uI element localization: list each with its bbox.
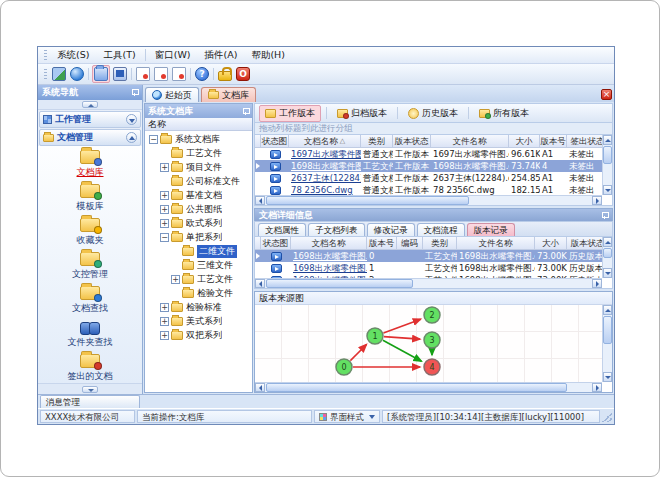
table-row[interactable]: 1698出水嘴零件图.dwg0工艺文件1698出水嘴零件图.dwg73.00KB… — [255, 250, 602, 262]
sidebar-item-doc-search[interactable]: 文档查找 — [43, 286, 137, 315]
pin-icon[interactable] — [242, 108, 249, 115]
all-version-button[interactable]: 所有版本 — [474, 106, 534, 121]
scroll-thumb[interactable] — [603, 146, 612, 164]
tree-expander[interactable]: + — [160, 317, 169, 326]
column-header-icon[interactable]: 状态图 — [261, 237, 291, 250]
sidebar-item-template-library[interactable]: 模板库 — [43, 184, 137, 213]
scroll-right-arrow[interactable] — [592, 279, 602, 288]
version-node-3[interactable]: 3 — [424, 332, 440, 348]
tree-item[interactable]: +欧式系列 — [145, 216, 252, 230]
detail-tab-version-record[interactable]: 版本记录 — [467, 223, 515, 236]
column-header-name[interactable]: 文档名称 — [289, 135, 361, 148]
chevron-up-icon[interactable] — [126, 132, 137, 143]
detail-tab-doc-flow[interactable]: 文档流程 — [417, 223, 465, 236]
report-button-1[interactable] — [135, 66, 151, 82]
version-node-1[interactable]: 1 — [367, 328, 383, 344]
column-header-file[interactable]: 文件名称 — [431, 135, 509, 148]
scroll-down-button[interactable] — [82, 386, 98, 393]
scroll-down-arrow[interactable] — [603, 372, 612, 382]
tree-item[interactable]: 二维文件 — [145, 244, 252, 258]
tree-item[interactable]: −系统文档库 — [145, 132, 252, 146]
tab-library[interactable]: 文档库 — [201, 87, 256, 102]
tree-item[interactable]: +检验标准 — [145, 300, 252, 314]
column-header-name[interactable]: 文档名称 — [291, 237, 367, 250]
scroll-left-arrow[interactable] — [255, 196, 265, 205]
tree-column-header[interactable]: 名称 — [145, 118, 252, 131]
pin-icon[interactable] — [131, 89, 138, 96]
help-button[interactable] — [194, 66, 210, 82]
pin-icon[interactable] — [601, 212, 608, 219]
menubar-grip[interactable] — [44, 50, 47, 61]
menu-item-tools[interactable]: 工具(T) — [96, 48, 142, 63]
close-icon[interactable] — [601, 89, 612, 100]
sidebar-item-checked-out-docs[interactable]: 签出的文档 — [43, 354, 137, 383]
scroll-up-arrow[interactable] — [603, 305, 612, 315]
tree-expander[interactable]: + — [160, 205, 169, 214]
menu-item-window[interactable]: 窗口(W) — [148, 48, 198, 63]
tab-start[interactable]: 起始页 — [145, 87, 199, 102]
detail-tab-modify-record[interactable]: 修改记录 — [367, 223, 415, 236]
column-header-category[interactable]: 类别 — [423, 237, 457, 250]
column-header-checkout[interactable]: 签出状态 — [567, 135, 602, 148]
tree-expander[interactable]: − — [160, 233, 169, 242]
power-button[interactable] — [235, 66, 251, 82]
table-row[interactable]: 1698出水嘴零件图.dwg工艺文件工作版本1698出水嘴零件图.dwg73.7… — [255, 160, 602, 172]
computer-button[interactable] — [112, 66, 128, 82]
scroll-right-arrow[interactable] — [592, 383, 602, 392]
tree-expander[interactable]: − — [149, 135, 158, 144]
document-library-button[interactable] — [92, 65, 110, 83]
chevron-down-icon[interactable] — [126, 114, 137, 125]
collapse-up-button[interactable] — [82, 101, 98, 108]
sidebar-item-doc-control[interactable]: 文控管理 — [43, 252, 137, 281]
column-header-file[interactable]: 文件名称 — [457, 237, 535, 250]
version-node-4[interactable]: 4 — [424, 359, 440, 375]
tree-expander[interactable]: + — [160, 331, 169, 340]
column-header-code[interactable]: 编码 — [397, 237, 423, 250]
scroll-thumb[interactable] — [266, 279, 413, 288]
table-row[interactable]: 1698出水嘴零件图.dwg1工艺文件1698出水嘴零件图.dwg73.00KB… — [255, 262, 602, 274]
work-version-button[interactable]: 工作版本 — [259, 105, 321, 122]
screen-button[interactable] — [51, 66, 67, 82]
message-management-tab[interactable]: 消息管理 — [40, 395, 140, 408]
lock-button[interactable] — [217, 67, 233, 82]
column-header-size[interactable]: 大小 — [509, 135, 540, 148]
scroll-thumb[interactable] — [266, 196, 469, 205]
column-header-ver[interactable]: 版本号 — [367, 237, 397, 250]
tree-expander[interactable]: + — [171, 275, 180, 284]
scroll-thumb[interactable] — [603, 248, 612, 258]
tree-expander[interactable]: + — [160, 191, 169, 200]
column-header-icon[interactable]: 状态图 — [261, 135, 289, 148]
sidebar-group-work[interactable]: 工作管理 — [39, 111, 141, 128]
scroll-down-arrow[interactable] — [603, 268, 612, 278]
scroll-left-arrow[interactable] — [255, 383, 265, 392]
detail-tab-subdoc-list[interactable]: 子文档列表 — [308, 223, 365, 236]
tree-expander[interactable]: + — [160, 219, 169, 228]
tree-item[interactable]: +工艺文件 — [145, 272, 252, 286]
resize-grip[interactable] — [602, 412, 612, 422]
sidebar-item-favorites[interactable]: 收藏夹 — [43, 218, 137, 247]
table-row[interactable]: 1697出水嘴零件图.dwg普通文档工作版本1697出水嘴零件图.dwg96.6… — [255, 148, 602, 160]
scroll-left-arrow[interactable] — [255, 279, 265, 288]
tree-expander[interactable]: + — [160, 163, 169, 172]
scroll-thumb[interactable] — [266, 383, 567, 392]
globe-button[interactable] — [69, 66, 85, 82]
tree-item[interactable]: 工艺文件 — [145, 146, 252, 160]
column-header-size[interactable]: 大小 — [535, 237, 567, 250]
column-header-category[interactable]: 类别 — [361, 135, 393, 148]
sidebar-group-document[interactable]: 文档管理 — [39, 129, 141, 146]
detail-tab-doc-props[interactable]: 文档属性 — [258, 223, 306, 236]
menu-item-system[interactable]: 系统(S) — [50, 48, 96, 63]
menu-item-help[interactable]: 帮助(H) — [244, 48, 292, 63]
column-header-vstate[interactable]: 版本状态 — [567, 237, 602, 250]
toolbar-grip[interactable] — [44, 69, 47, 80]
tree-item[interactable]: +项目文件 — [145, 160, 252, 174]
sidebar-item-doc-library[interactable]: 文档库 — [43, 150, 137, 179]
tree-item[interactable]: −单把系列 — [145, 230, 252, 244]
version-node-2[interactable]: 2 — [424, 307, 440, 323]
scroll-right-arrow[interactable] — [592, 196, 602, 205]
menu-item-plugins[interactable]: 插件(A) — [197, 48, 244, 63]
tree-item[interactable]: 三维文件 — [145, 258, 252, 272]
report-button-3[interactable] — [171, 66, 187, 82]
sidebar-item-folder-search[interactable]: 文件夹查找 — [43, 320, 137, 349]
tree-item[interactable]: +美式系列 — [145, 314, 252, 328]
